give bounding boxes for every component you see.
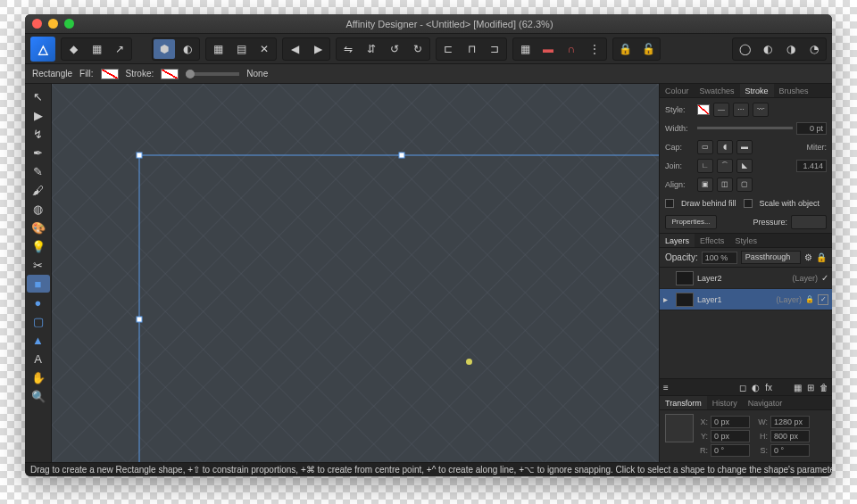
opacity-input[interactable]: 100 %: [702, 252, 737, 264]
cap-butt-icon[interactable]: ▭: [697, 140, 713, 154]
disclosure-icon[interactable]: ▸: [663, 294, 672, 304]
tab-brushes[interactable]: Brushes: [774, 84, 814, 97]
add-layer-icon[interactable]: ▦: [794, 383, 802, 392]
scale-obj-checkbox[interactable]: [744, 199, 753, 208]
snap-grid-icon[interactable]: ▦: [514, 39, 536, 59]
visibility-checkbox-icon[interactable]: ✓: [818, 294, 828, 305]
style-dash-icon[interactable]: ⋯: [733, 103, 749, 117]
tab-history[interactable]: History: [707, 396, 743, 409]
add-pixel-icon[interactable]: ⊞: [807, 383, 814, 392]
s-input[interactable]: 0 °: [770, 444, 810, 457]
color-tool-icon[interactable]: 🎨: [27, 219, 50, 236]
r-input[interactable]: 0 °: [711, 444, 750, 457]
view-mode-icon[interactable]: ⬢: [154, 39, 175, 59]
move-back-icon[interactable]: ◀: [284, 39, 305, 59]
move-front-icon[interactable]: ▶: [307, 39, 329, 59]
rotate-cw-icon[interactable]: ↻: [407, 39, 428, 59]
tab-styles[interactable]: Styles: [729, 234, 762, 247]
style-solid-icon[interactable]: ―: [713, 103, 729, 117]
tab-navigator[interactable]: Navigator: [743, 396, 788, 409]
visibility-check-icon[interactable]: ✓: [821, 273, 828, 283]
width-input[interactable]: 0 pt: [796, 122, 827, 135]
subtract-op-icon[interactable]: ◐: [757, 39, 778, 59]
zoom-tool-icon[interactable]: 🔍: [27, 387, 50, 405]
text-tool-icon[interactable]: A: [27, 350, 50, 368]
join-miter-icon[interactable]: ∟: [697, 159, 713, 173]
crop-tool-icon[interactable]: ✂: [27, 256, 50, 274]
align-left-icon[interactable]: ⊏: [437, 39, 459, 59]
brush-tool-icon[interactable]: 🖌: [27, 181, 50, 199]
style-none-icon[interactable]: [697, 104, 710, 115]
gear-icon[interactable]: ⚙: [804, 252, 812, 262]
draw-behind-checkbox[interactable]: [665, 199, 674, 208]
stroke-width-slider[interactable]: [186, 72, 239, 76]
style-brush-icon[interactable]: 〰: [753, 103, 769, 117]
layer-row[interactable]: ▸ Layer1 (Layer) 🔒 ✓: [660, 289, 832, 310]
x-input[interactable]: 0 px: [711, 416, 750, 428]
fill-tool-icon[interactable]: ◍: [27, 200, 50, 218]
join-bevel-icon[interactable]: ◣: [736, 159, 753, 173]
tab-colour[interactable]: Colour: [660, 84, 695, 97]
light-tool-icon[interactable]: 💡: [27, 237, 50, 255]
mask-icon[interactable]: ◻: [739, 383, 746, 392]
close-icon[interactable]: [32, 19, 42, 29]
split-view-icon[interactable]: ◐: [177, 39, 198, 59]
tab-swatches[interactable]: Swatches: [695, 84, 740, 97]
h-input[interactable]: 800 px: [770, 430, 810, 442]
cap-square-icon[interactable]: ▬: [736, 140, 753, 154]
tab-layers[interactable]: Layers: [660, 234, 695, 247]
guides-icon[interactable]: ▤: [230, 39, 252, 59]
layers-icon[interactable]: ≡: [663, 383, 669, 392]
w-input[interactable]: 1280 px: [770, 416, 810, 428]
hand-tool-icon[interactable]: ✋: [27, 368, 50, 386]
axis-icon[interactable]: ✕: [254, 39, 275, 59]
divide-op-icon[interactable]: ◔: [803, 39, 825, 59]
join-round-icon[interactable]: ⌒: [717, 159, 733, 173]
tab-stroke[interactable]: Stroke: [740, 84, 774, 97]
anchor-icon[interactable]: [665, 414, 694, 442]
rounded-rect-tool-icon[interactable]: ▢: [27, 312, 50, 330]
width-slider[interactable]: [697, 127, 793, 129]
triangle-tool-icon[interactable]: ▲: [27, 331, 50, 349]
stroke-swatch[interactable]: [161, 69, 179, 79]
pressure-button[interactable]: [791, 215, 827, 229]
lock-icon[interactable]: 🔒: [614, 39, 636, 59]
align-center-icon[interactable]: ⊓: [461, 39, 482, 59]
layer-row[interactable]: Layer2 (Layer) ✓: [660, 268, 832, 289]
persona-pixel-icon[interactable]: ▦: [86, 39, 107, 59]
adjustment-icon[interactable]: ◐: [752, 383, 760, 392]
snap-edge-icon[interactable]: ▬: [537, 39, 559, 59]
pen-tool-icon[interactable]: ✒: [27, 144, 50, 161]
intersect-op-icon[interactable]: ◑: [780, 39, 802, 59]
arrow-tool-icon[interactable]: ↖: [27, 87, 50, 105]
rectangle-tool-icon[interactable]: ■: [27, 275, 50, 293]
tab-transform[interactable]: Transform: [660, 396, 707, 409]
blend-mode-dropdown[interactable]: Passthrough: [741, 251, 801, 264]
snap-magnet-icon[interactable]: ∩: [561, 39, 582, 59]
lock-panel-icon[interactable]: 🔒: [816, 252, 827, 262]
fill-swatch[interactable]: [101, 69, 119, 79]
ellipse-tool-icon[interactable]: ●: [27, 293, 50, 311]
cap-round-icon[interactable]: ◖: [717, 140, 733, 154]
maximize-icon[interactable]: [64, 19, 74, 29]
grid-icon[interactable]: ▦: [207, 39, 229, 59]
trash-icon[interactable]: 🗑: [820, 383, 828, 392]
canvas[interactable]: [52, 84, 659, 462]
pencil-tool-icon[interactable]: ✎: [27, 162, 50, 180]
y-input[interactable]: 0 px: [711, 430, 750, 442]
unlock-icon[interactable]: 🔓: [637, 39, 659, 59]
move-tool-icon[interactable]: ▶: [27, 106, 50, 124]
align-center-stroke-icon[interactable]: ▣: [697, 178, 713, 192]
persona-export-icon[interactable]: ↗: [109, 39, 130, 59]
properties-button[interactable]: Properties...: [665, 215, 717, 229]
add-op-icon[interactable]: ◯: [734, 39, 755, 59]
fx-icon[interactable]: fx: [765, 383, 772, 392]
snap-options-icon[interactable]: ⋮: [584, 39, 605, 59]
align-inside-stroke-icon[interactable]: ◫: [717, 178, 733, 192]
persona-designer-icon[interactable]: ◆: [62, 39, 84, 59]
flip-v-icon[interactable]: ⇵: [361, 39, 382, 59]
node-tool-icon[interactable]: ↯: [27, 125, 50, 143]
miter-input[interactable]: 1.414: [796, 160, 827, 172]
tab-effects[interactable]: Effects: [695, 234, 729, 247]
align-right-icon[interactable]: ⊐: [484, 39, 505, 59]
